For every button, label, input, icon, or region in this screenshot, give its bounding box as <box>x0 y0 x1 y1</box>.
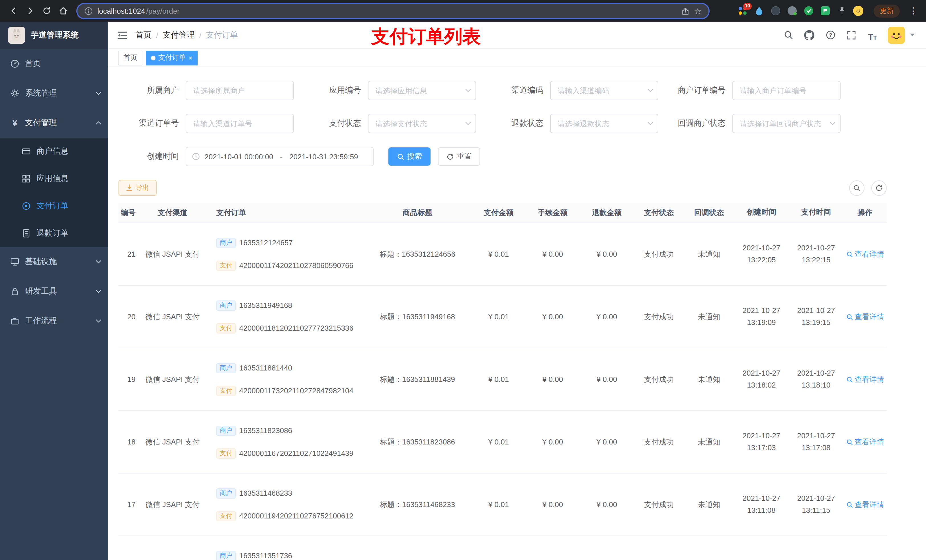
channel-order-no-input[interactable] <box>186 114 294 133</box>
sidebar-item-label: 应用信息 <box>36 174 68 184</box>
table-row: 21 微信 JSAPI 支付 商户 1635312124657 支付 42000… <box>118 223 887 286</box>
extension-colorful-icon[interactable]: 10 <box>737 5 748 17</box>
back-button[interactable] <box>6 3 21 18</box>
help-icon[interactable]: ? <box>825 29 836 41</box>
address-bar[interactable]: localhost:1024/pay/order ☆ <box>76 3 710 19</box>
user-avatar[interactable] <box>888 26 905 44</box>
channel-order-no: 4200001181202110277723215336 <box>239 324 353 332</box>
cell-pay-order: 商户 1635311949168 支付 42000011812021102777… <box>210 286 363 348</box>
sidebar-item-app-info[interactable]: 应用信息 <box>0 165 108 192</box>
notify-status-select[interactable] <box>732 114 841 133</box>
share-icon[interactable] <box>681 6 689 15</box>
col-pay-time: 支付时间 <box>789 202 843 222</box>
sidebar-logo[interactable]: 芋道管理系统 <box>0 22 108 49</box>
search-icon[interactable] <box>782 29 794 41</box>
reset-button[interactable]: 重置 <box>438 147 480 166</box>
sidebar-item-refund-order[interactable]: 退款订单 <box>0 220 108 247</box>
cell-action: 查看详情 <box>843 411 887 473</box>
close-tab-icon[interactable]: × <box>189 54 192 61</box>
app-select[interactable] <box>368 81 476 100</box>
merchant-tag: 商户 <box>216 238 236 248</box>
cell-pay-time <box>789 536 843 560</box>
toggle-search-button[interactable] <box>849 180 864 195</box>
extension-dark-circle-icon[interactable] <box>770 5 781 17</box>
channel-order-no: 4200001173202110272847982104 <box>239 386 353 395</box>
cell-channel: 微信 JSAPI 支付 <box>136 286 210 348</box>
reload-button[interactable] <box>39 3 54 18</box>
merchant-select[interactable] <box>186 81 294 100</box>
cell-notify-status: 未通知 <box>684 223 734 285</box>
cell-id <box>118 536 136 560</box>
tab-home[interactable]: 首页 <box>118 50 142 65</box>
breadcrumb-payment[interactable]: 支付管理 <box>163 30 195 40</box>
sidebar-item-pay-order[interactable]: 支付订单 <box>0 192 108 220</box>
cell-action: 查看详情 <box>843 223 887 285</box>
channel-order-no: 4200001167202110271022491439 <box>239 449 353 457</box>
export-button[interactable]: 导出 <box>118 180 157 196</box>
sidebar-item-workflow[interactable]: 工作流程 <box>0 306 108 336</box>
update-button[interactable]: 更新 <box>874 4 900 17</box>
sidebar-item-home[interactable]: 首页 <box>0 49 108 78</box>
chevron-down-icon <box>830 122 835 125</box>
table-body: 21 微信 JSAPI 支付 商户 1635312124657 支付 42000… <box>118 223 887 560</box>
search-button[interactable]: 搜索 <box>388 147 431 166</box>
merchant-order-no-input[interactable] <box>732 81 841 100</box>
card-icon <box>22 147 31 156</box>
create-time-range-picker[interactable]: 2021-10-01 00:00:00 - 2021-10-31 23:59:5… <box>186 147 374 166</box>
profile-avatar-icon[interactable] <box>853 5 864 17</box>
pay-status-select[interactable] <box>368 114 476 133</box>
cell-refund: ¥ 0.00 <box>580 474 634 536</box>
channel-order-no: 4200001194202110276752100612 <box>239 512 353 520</box>
sidebar-item-label: 退款订单 <box>36 228 68 238</box>
view-detail-link[interactable]: 查看详情 <box>846 312 884 322</box>
cell-action: 查看详情 <box>843 474 887 536</box>
site-info-icon[interactable] <box>84 6 93 15</box>
cell-status: 支付成功 <box>634 474 684 536</box>
filter-row-2: 渠道订单号 支付状态 退款状态 回调商户状态 <box>118 114 916 133</box>
sidebar-item-label: 首页 <box>25 59 41 69</box>
home-button[interactable] <box>55 3 71 18</box>
filter-app-id: 应用编号 <box>301 81 483 100</box>
fullscreen-icon[interactable] <box>846 29 857 41</box>
extension-drop-icon[interactable] <box>754 5 765 17</box>
sidebar-item-infra[interactable]: 基础设施 <box>0 247 108 276</box>
channel-code-select[interactable] <box>550 81 658 100</box>
cell-title: 标题：1635311949168 <box>363 286 472 348</box>
view-detail-link[interactable]: 查看详情 <box>846 249 884 259</box>
github-icon[interactable] <box>803 29 815 41</box>
cell-channel: 微信 JSAPI 支付 <box>136 411 210 473</box>
sidebar-item-system[interactable]: 系统管理 <box>0 78 108 108</box>
breadcrumb-separator: / <box>156 30 158 39</box>
refresh-table-button[interactable] <box>872 180 887 195</box>
sidebar-item-payment[interactable]: ¥ 支付管理 <box>0 108 108 138</box>
extension-check-icon[interactable] <box>803 5 814 17</box>
tab-pay-order[interactable]: 支付订单 × <box>146 50 198 65</box>
cell-notify-status: 未通知 <box>684 348 734 410</box>
browser-menu-icon[interactable]: ⋮ <box>907 6 920 16</box>
orders-table: 编号 支付渠道 支付订单 商品标题 支付金额 手续金额 退款金额 支付状态 回调… <box>118 202 887 560</box>
cell-channel: 微信 JSAPI 支付 <box>136 223 210 285</box>
cell-status <box>634 536 684 560</box>
forward-button[interactable] <box>22 3 38 18</box>
sidebar-item-merchant-info[interactable]: 商户信息 <box>0 138 108 165</box>
extension-chat-icon[interactable] <box>820 5 831 17</box>
cell-pay-order: 商户 1635311351736 支付 <box>210 536 363 560</box>
cell-id: 21 <box>118 223 136 285</box>
cell-title: 标题：1635311823086 <box>363 411 472 473</box>
sidebar-item-dev-tools[interactable]: 研发工具 <box>0 276 108 306</box>
font-size-icon[interactable]: TT <box>867 29 878 41</box>
header-actions: ? TT <box>782 26 926 44</box>
extension-pin-icon[interactable] <box>836 5 847 17</box>
cell-pay-time: 2021-10-2713:11:15 <box>789 474 843 536</box>
tags-view: 首页 支付订单 × <box>108 49 926 67</box>
collapse-sidebar-icon[interactable] <box>108 30 136 39</box>
extension-grey-circle-icon[interactable] <box>787 5 798 17</box>
bookmark-star-icon[interactable]: ☆ <box>694 6 702 15</box>
view-detail-link[interactable]: 查看详情 <box>846 374 884 385</box>
breadcrumb-home[interactable]: 首页 <box>136 30 151 40</box>
view-detail-link[interactable]: 查看详情 <box>846 437 884 447</box>
refund-status-select[interactable] <box>550 114 658 133</box>
caret-down-icon[interactable] <box>910 33 915 36</box>
filter-channel-code: 渠道编码 <box>483 81 665 100</box>
view-detail-link[interactable]: 查看详情 <box>846 500 884 510</box>
